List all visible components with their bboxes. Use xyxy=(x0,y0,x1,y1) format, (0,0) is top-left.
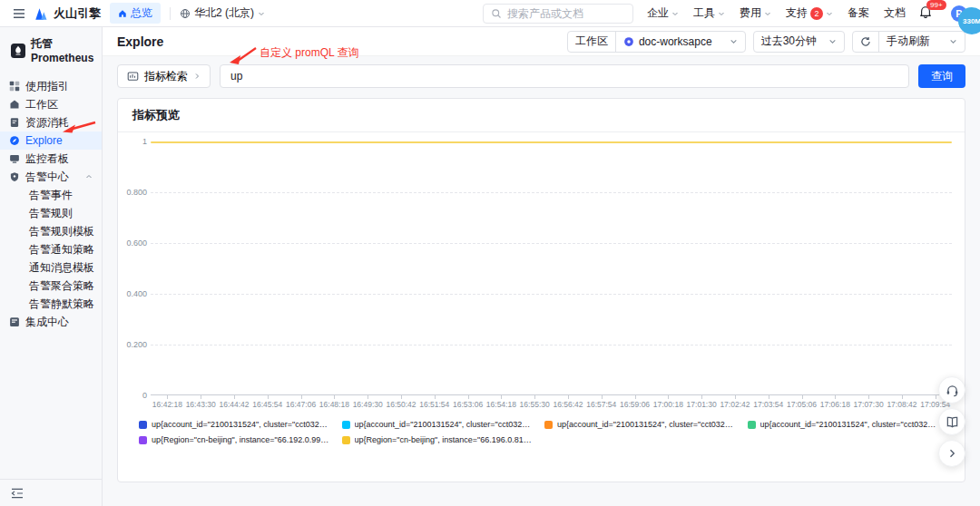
workspace-dot-icon xyxy=(623,36,634,47)
metric-search-icon xyxy=(127,71,139,83)
legend-label: up{account_id="2100131524", cluster="cct… xyxy=(760,420,940,429)
x-axis-tick-label: 17:00:18 xyxy=(652,395,685,409)
y-axis: 10.8000.6000.4000.2000 xyxy=(123,141,151,395)
nav-item-label: 支持 xyxy=(786,5,808,21)
global-search[interactable] xyxy=(483,4,633,24)
y-axis-tick-label: 0.400 xyxy=(126,289,147,298)
float-recorder-badge: 330M xyxy=(958,7,980,34)
x-axis-tick-label: 17:02:42 xyxy=(719,395,752,409)
legend-color-swatch xyxy=(342,436,350,444)
sidebar-item[interactable]: 监控看板 xyxy=(0,150,102,168)
overview-tab-label: 总览 xyxy=(131,5,152,21)
sidebar-item[interactable]: 告警通知策略 xyxy=(0,240,102,258)
y-axis-tick-label: 1 xyxy=(142,137,147,146)
gridline xyxy=(151,243,952,244)
x-axis-tick-label: 16:56:42 xyxy=(552,395,585,409)
legend-label: up{Region="cn-beijing", instance="66.192… xyxy=(152,435,331,444)
annotation-arrow-query xyxy=(227,45,258,69)
refresh-button[interactable] xyxy=(853,32,878,52)
overview-tab[interactable]: 总览 xyxy=(110,3,161,24)
metric-search-button[interactable]: 指标检索 xyxy=(117,64,211,88)
legend-item[interactable]: up{Region="cn-beijing", instance="66.196… xyxy=(342,435,534,444)
legend-item[interactable]: up{Region="cn-beijing", instance="66.192… xyxy=(139,435,331,444)
refresh-mode-select[interactable]: 手动刷新 xyxy=(878,32,965,52)
legend-item[interactable]: up{account_id="2100131524", cluster="cct… xyxy=(544,420,737,429)
x-axis-tick-label: 17:05:06 xyxy=(785,395,818,409)
x-axis-tick-label: 16:59:06 xyxy=(618,395,652,409)
globe-icon xyxy=(180,8,191,19)
time-range-select[interactable]: 过去30分钟 xyxy=(753,31,845,53)
sidebar-item[interactable]: 集成中心 xyxy=(0,313,102,331)
legend-color-swatch xyxy=(139,436,147,444)
legend-color-swatch xyxy=(748,421,756,429)
sidebar-menu: 使用指引工作区资源消耗Explore监控看板告警中心告警事件告警规则告警规则模板… xyxy=(0,77,102,479)
volcengine-logo: 火山引擎 xyxy=(34,5,101,22)
legend-item[interactable]: up{account_id="2100131524", cluster="cct… xyxy=(139,420,331,429)
header-nav-item[interactable]: 企业 xyxy=(647,5,679,21)
sidebar-item[interactable]: 告警静默策略 xyxy=(0,295,102,313)
query-button[interactable]: 查询 xyxy=(918,64,965,88)
legend-label: up{account_id="2100131524", cluster="cct… xyxy=(557,420,737,429)
product-title-label: 托管 Prometheus xyxy=(31,36,93,64)
sidebar-collapse-icon[interactable] xyxy=(11,488,24,499)
nav-item-label: 费用 xyxy=(740,5,761,21)
guide-icon xyxy=(9,81,20,92)
x-axis-tick-label: 17:01:30 xyxy=(685,395,719,409)
sidebar-item-label: 告警规则 xyxy=(29,206,73,221)
top-header: 火山引擎 总览 华北2 (北京) 企业工具费用支持2备案文档 xyxy=(0,0,980,27)
dashboard-icon xyxy=(9,153,20,164)
sidebar-item-label: 告警规则模板 xyxy=(29,224,94,239)
refresh-mode-value: 手动刷新 xyxy=(887,34,930,49)
chevron-down-icon xyxy=(730,37,738,45)
gridline xyxy=(151,294,952,295)
sidebar-item[interactable]: 告警事件 xyxy=(0,186,102,204)
legend-item[interactable]: up{account_id="2100131524", cluster="cct… xyxy=(748,420,940,429)
x-axis-tick-label: 17:03:54 xyxy=(751,395,785,409)
workspace-select[interactable]: doc-worksapce xyxy=(615,32,745,52)
chevron-down-icon xyxy=(949,37,957,45)
volcengine-logo-icon xyxy=(34,7,49,20)
sidebar-item[interactable]: 工作区 xyxy=(0,95,102,113)
header-nav-item[interactable]: 费用 xyxy=(740,5,771,21)
refresh-group: 手动刷新 xyxy=(852,31,965,53)
plot-area xyxy=(151,141,952,395)
x-axis-tick-label: 16:55:30 xyxy=(518,395,552,409)
legend-item[interactable]: up{account_id="2100131524", cluster="cct… xyxy=(342,420,534,429)
integration-icon xyxy=(9,316,20,327)
sidebar-item[interactable]: 资源消耗 xyxy=(0,113,102,131)
header-nav-item[interactable]: 备案 xyxy=(848,5,869,21)
y-axis-tick-label: 0.800 xyxy=(126,188,147,197)
sidebar-item[interactable]: 告警中心 xyxy=(0,168,102,186)
sidebar-item[interactable]: 告警聚合策略 xyxy=(0,277,102,295)
chart: 10.8000.6000.4000.2000 16:42:1816:43:301… xyxy=(118,132,965,444)
time-range-value: 过去30分钟 xyxy=(761,34,817,49)
collapse-panel-button[interactable] xyxy=(938,440,965,467)
region-label: 华北2 (北京) xyxy=(194,5,254,21)
global-search-input[interactable] xyxy=(507,7,625,20)
chevron-down-icon xyxy=(718,10,725,17)
docs-button[interactable] xyxy=(938,408,965,435)
product-title[interactable]: 托管 Prometheus xyxy=(0,27,102,72)
chevron-down-icon xyxy=(828,37,837,45)
x-axis-tick-label: 16:45:54 xyxy=(250,395,284,409)
header-nav-item[interactable]: 支持2 xyxy=(786,5,833,21)
sidebar-item-explore[interactable]: Explore xyxy=(0,131,102,150)
region-selector[interactable]: 华北2 (北京) xyxy=(180,5,265,21)
header-nav-item[interactable]: 文档 xyxy=(884,5,906,21)
header-nav-item[interactable]: 工具 xyxy=(693,5,725,21)
sidebar-item[interactable]: 告警规则模板 xyxy=(0,222,102,240)
hamburger-menu-icon[interactable] xyxy=(13,8,25,19)
legend-label: up{account_id="2100131524", cluster="cct… xyxy=(152,420,331,429)
x-axis-tick-label: 16:51:54 xyxy=(417,395,451,409)
resource-icon xyxy=(9,117,20,128)
chevron-right-icon xyxy=(946,448,957,459)
notifications-button[interactable]: 99+ xyxy=(919,5,932,21)
support-badge: 2 xyxy=(810,7,823,20)
logo-text: 火山引擎 xyxy=(54,5,101,22)
sidebar-item[interactable]: 使用指引 xyxy=(0,77,102,95)
sidebar-item-label: 告警中心 xyxy=(25,170,69,185)
support-headset-icon xyxy=(946,384,959,397)
sidebar-item[interactable]: 告警规则 xyxy=(0,204,102,222)
sidebar-item[interactable]: 通知消息模板 xyxy=(0,258,102,277)
support-button[interactable] xyxy=(938,376,965,404)
